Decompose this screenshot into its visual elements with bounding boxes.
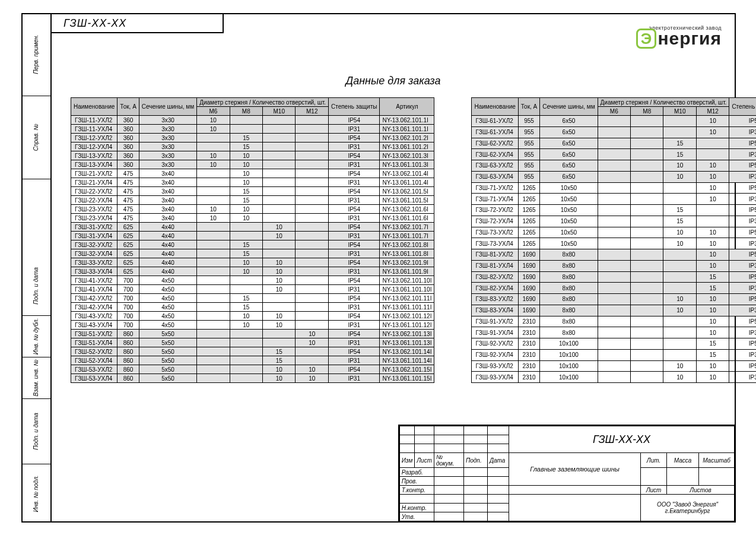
logo-text: нергия	[657, 29, 722, 49]
table-row: ГЗШ-42-УХЛ4 700 4x50 15 IP31 NY-13.061.1…	[71, 303, 434, 312]
logo: электротехнический завод Э нергия	[636, 25, 722, 49]
table-row: ГЗШ-81-УХЛ4 1690 8x80 10 IP31 NY-13.061.…	[472, 260, 756, 271]
table-row: ГЗШ-71-УХЛ2 1265 10x50 10 IP54 NY-13.062…	[472, 182, 756, 194]
stamp-izm: Изм	[399, 453, 415, 468]
table-row: ГЗШ-51-УХЛ2 860 5x50 10 IP54 NY-13.062.1…	[71, 330, 434, 338]
stamp-data: Дата	[488, 453, 509, 468]
drawing-frame: ГЗШ-ХХ-ХХ электротехнический завод Э нер…	[50, 13, 736, 523]
stamp-podp: Подп.	[464, 453, 488, 468]
stamp-title: Главные заземляющие шины	[509, 453, 641, 486]
table-row: ГЗШ-41-УХЛ2 700 4x50 10 IP54 NY-13.062.1…	[71, 276, 434, 285]
stamp-prov: Пров.	[399, 477, 434, 486]
table-row: ГЗШ-91-УХЛ2 2310 8x80 10 IP54 NY-13.062.…	[472, 316, 756, 327]
stamp-org1: ООО "Завод Энергия"	[643, 501, 732, 508]
table-row: ГЗШ-31-УХЛ4 625 4x40 10 IP31 NY-13.061.1…	[71, 232, 434, 240]
table-row: ГЗШ-42-УХЛ2 700 4x50 15 IP54 NY-13.062.1…	[71, 294, 434, 303]
stamp-code: ГЗШ-ХХ-ХХ	[509, 426, 735, 453]
table-row: ГЗШ-62-УХЛ2 955 6x50 15 IP54 NY-13.062.1…	[472, 138, 756, 149]
table-row: ГЗШ-82-УХЛ4 1690 8x80 15 IP31 NY-13.061.…	[472, 283, 756, 294]
table-row: ГЗШ-52-УХЛ4 860 5x50 15 IP31 NY-13.061.1…	[71, 356, 434, 365]
table-row: ГЗШ-13-УХЛ2 360 3x30 10 10 IP54 NY-13.06…	[71, 151, 434, 160]
table-row: ГЗШ-11-УХЛ4 360 3x30 10 IP31 NY-13.061.1…	[71, 125, 434, 134]
table-left: Наименование Ток, А Сечение шины, мм Диа…	[71, 97, 434, 383]
stamp-mashtab: Масштаб	[699, 453, 735, 468]
side-podp-data-2: Подп. и дата	[33, 413, 39, 450]
table-row: ГЗШ-83-УХЛ4 1690 8x80 10 10 IP31 NY-13.0…	[472, 305, 756, 316]
stamp-ndok: № докум.	[434, 453, 464, 468]
table-row: ГЗШ-33-УХЛ2 625 4x40 10 10 IP54 NY-13.06…	[71, 258, 434, 267]
table-row: ГЗШ-72-УХЛ2 1265 10x50 15 IP54 NY-13.062…	[472, 205, 756, 216]
side-sprav-no: Справ. №	[33, 124, 39, 151]
table-row: ГЗШ-41-УХЛ4 700 4x50 10 IP31 NY-13.061.1…	[71, 285, 434, 294]
table-row: ГЗШ-93-УХЛ4 2310 10x100 10 10 IP31 NY-13…	[472, 372, 756, 383]
table-row: ГЗШ-11-УХЛ2 360 3x30 10 IP54 NY-13.062.1…	[71, 116, 434, 125]
table-row: ГЗШ-83-УХЛ2 1690 8x80 10 10 IP54 NY-13.0…	[472, 294, 756, 305]
table-row: ГЗШ-22-УХЛ2 475 3x40 15 IP54 NY-13.062.1…	[71, 187, 434, 196]
side-perv-primen: Перв. примен.	[33, 34, 39, 74]
table-row: ГЗШ-52-УХЛ2 860 5x50 15 IP54 NY-13.062.1…	[71, 347, 434, 356]
stamp-list: Лист	[415, 453, 434, 468]
table-row: ГЗШ-73-УХЛ2 1265 10x50 10 10 IP54 NY-13.…	[472, 227, 756, 238]
stamp-razrab: Разраб.	[399, 468, 434, 477]
stamp-org2: г.Екатеринбург	[643, 508, 732, 514]
table-row: ГЗШ-21-УХЛ2 475 3x40 10 IP54 NY-13.062.1…	[71, 169, 434, 178]
side-vzam-inv: Взам. инв. №	[33, 360, 39, 397]
table-row: ГЗШ-23-УХЛ2 475 3x40 10 10 IP54 NY-13.06…	[71, 205, 434, 214]
table-row: ГЗШ-43-УХЛ4 700 4x50 10 10 IP31 NY-13.06…	[71, 321, 434, 330]
side-inv-podl: Инв. № подл.	[33, 475, 39, 512]
data-tables: Наименование Ток, А Сечение шины, мм Диа…	[71, 97, 756, 383]
side-labels: Перв. примен. Справ. № Подп. и дата Инв.…	[21, 13, 50, 523]
table-row: ГЗШ-53-УХЛ4 860 5x50 10 10 IP31 NY-13.06…	[71, 374, 434, 383]
table-row: ГЗШ-23-УХЛ4 475 3x40 10 10 IP31 NY-13.06…	[71, 214, 434, 223]
table-row: ГЗШ-12-УХЛ2 360 3x30 15 IP54 NY-13.062.1…	[71, 134, 434, 143]
stamp-org: ООО "Завод Энергия" г.Екатеринбург	[641, 495, 735, 521]
table-row: ГЗШ-33-УХЛ4 625 4x40 10 10 IP31 NY-13.06…	[71, 267, 434, 276]
table-row: ГЗШ-93-УХЛ2 2310 10x100 10 10 IP54 NY-13…	[472, 360, 756, 372]
table-row: ГЗШ-82-УХЛ2 1690 8x80 15 IP54 NY-13.062.…	[472, 271, 756, 283]
table-row: ГЗШ-92-УХЛ2 2310 10x100 15 IP54 NY-13.06…	[472, 338, 756, 350]
table-row: ГЗШ-91-УХЛ4 2310 8x80 10 IP31 NY-13.061.…	[472, 327, 756, 338]
table-row: ГЗШ-72-УХЛ4 1265 10x50 15 IP31 NY-13.061…	[472, 216, 756, 227]
table-row: ГЗШ-81-УХЛ2 1690 8x80 10 IP54 NY-13.062.…	[472, 249, 756, 261]
table-row: ГЗШ-12-УХЛ4 360 3x30 15 IP31 NY-13.061.1…	[71, 143, 434, 151]
table-right: Наименование Ток, А Сечение шины, мм Диа…	[471, 97, 756, 383]
table-row: ГЗШ-63-УХЛ4 955 6x50 10 10 IP31 NY-13.06…	[472, 171, 756, 182]
table-row: ГЗШ-51-УХЛ4 860 5x50 10 IP31 NY-13.061.1…	[71, 338, 434, 347]
table-row: ГЗШ-63-УХЛ2 955 6x50 10 10 IP54 NY-13.06…	[472, 160, 756, 172]
title-block-stamp: ГЗШ-ХХ-ХХ Изм Лист № докум. Подп. Дата Г…	[398, 425, 735, 521]
table-row: ГЗШ-61-УХЛ2 955 6x50 10 IP54 NY-13.062.1…	[472, 116, 756, 127]
drawing-code-header: ГЗШ-ХХ-ХХ	[52, 14, 224, 33]
table-row: ГЗШ-73-УХЛ4 1265 10x50 10 10 IP31 NY-13.…	[472, 238, 756, 249]
stamp-nkontr: Н.контр.	[399, 504, 434, 512]
table-row: ГЗШ-13-УХЛ4 360 3x30 10 10 IP31 NY-13.06…	[71, 160, 434, 169]
table-row: ГЗШ-53-УХЛ2 860 5x50 10 10 IP54 NY-13.06…	[71, 365, 434, 374]
table-row: ГЗШ-61-УХЛ4 955 6x50 10 IP31 NY-13.061.1…	[472, 126, 756, 138]
table-row: ГЗШ-22-УХЛ4 475 3x40 15 IP31 NY-13.061.1…	[71, 196, 434, 205]
stamp-utv: Утв.	[399, 512, 434, 521]
table-row: ГЗШ-32-УХЛ4 625 4x40 15 IP31 NY-13.061.1…	[71, 249, 434, 258]
stamp-massa: Масса	[667, 453, 699, 468]
logo-e-icon: Э	[636, 29, 656, 49]
stamp-list2: Лист	[641, 486, 667, 495]
stamp-listov: Листов	[667, 486, 735, 495]
table-row: ГЗШ-32-УХЛ2 625 4x40 15 IP54 NY-13.062.1…	[71, 240, 434, 249]
side-podp-data-1: Подп. и дата	[33, 267, 39, 305]
table-row: ГЗШ-21-УХЛ4 475 3x40 10 IP31 NY-13.061.1…	[71, 178, 434, 187]
table-row: ГЗШ-92-УХЛ4 2310 10x100 15 IP31 NY-13.06…	[472, 349, 756, 360]
table-row: ГЗШ-71-УХЛ4 1265 10x50 10 IP31 NY-13.061…	[472, 194, 756, 205]
table-row: ГЗШ-31-УХЛ2 625 4x40 10 IP54 NY-13.062.1…	[71, 223, 434, 232]
stamp-tkontr: Т.контр.	[399, 486, 434, 495]
table-row: ГЗШ-43-УХЛ2 700 4x50 10 10 IP54 NY-13.06…	[71, 312, 434, 321]
document-title: Данные для заказа	[52, 75, 735, 87]
side-inv-dubl: Инв. № дубл.	[33, 318, 39, 355]
table-row: ГЗШ-62-УХЛ4 955 6x50 15 IP31 NY-13.061.1…	[472, 149, 756, 160]
stamp-lit: Лит.	[641, 453, 667, 468]
